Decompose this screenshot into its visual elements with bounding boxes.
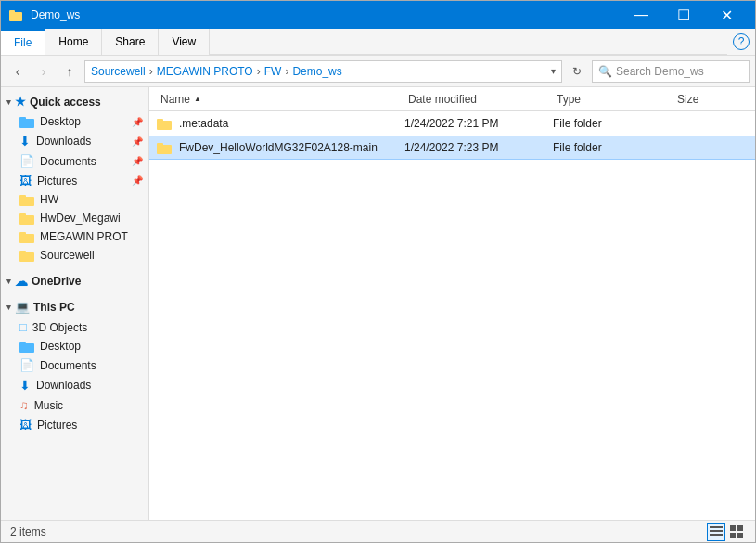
sidebar-item-desktop-pc-label: Desktop xyxy=(40,340,81,353)
sidebar-item-music-label: Music xyxy=(34,399,63,412)
quick-access-header[interactable]: ▾ ★ Quick access xyxy=(1,91,148,112)
tab-share[interactable]: Share xyxy=(102,29,159,55)
onedrive-header[interactable]: ▾ ☁ OneDrive xyxy=(1,270,148,292)
documents-icon: 📄 xyxy=(19,154,34,168)
sidebar: ▾ ★ Quick access Desktop 📌 ⬇ Downloads 📌… xyxy=(1,87,149,520)
file-date-cell: 1/24/2022 7:23 PM xyxy=(404,141,553,154)
col-header-size[interactable]: Size xyxy=(673,93,748,106)
downloads-icon: ⬇ xyxy=(19,134,31,149)
sort-arrow-icon: ▲ xyxy=(194,95,201,103)
sidebar-item-hwdev[interactable]: HwDev_Megawi xyxy=(1,209,148,227)
col-header-date[interactable]: Date modified xyxy=(404,93,553,106)
pictures-pc-icon: 🖼 xyxy=(19,418,32,432)
thispc-header[interactable]: ▾ 💻 This PC xyxy=(1,296,148,317)
tiles-view-icon xyxy=(730,525,743,538)
search-placeholder: Search Demo_ws xyxy=(616,65,704,78)
ribbon-tabs: File Home Share View ? xyxy=(1,29,755,55)
sidebar-item-desktop-pc[interactable]: Desktop xyxy=(1,337,148,356)
sidebar-item-downloads-label: Downloads xyxy=(36,135,91,148)
sidebar-item-pictures[interactable]: 🖼 Pictures 📌 xyxy=(1,171,148,190)
sidebar-item-sourcewell-label: Sourcewell xyxy=(40,249,95,262)
svg-rect-5 xyxy=(730,525,736,531)
address-part-3: FW xyxy=(264,65,282,78)
sidebar-item-downloads-pc[interactable]: ⬇ Downloads xyxy=(1,375,148,395)
ribbon: File Home Share View ? xyxy=(1,29,755,56)
sidebar-item-documents[interactable]: 📄 Documents 📌 xyxy=(1,151,148,171)
table-row[interactable]: FwDev_HelloWorldMG32F02A128-main 1/24/20… xyxy=(149,136,755,160)
pin-icon-downloads: 📌 xyxy=(132,136,143,147)
sidebar-item-pictures-pc-label: Pictures xyxy=(37,419,77,432)
quick-access-label: Quick access xyxy=(30,96,101,109)
status-bar: 2 items xyxy=(1,520,755,542)
address-dropdown-arrow[interactable]: ▾ xyxy=(551,66,556,76)
pictures-icon: 🖼 xyxy=(19,174,32,187)
table-row[interactable]: .metadata 1/24/2022 7:21 PM File folder xyxy=(149,111,755,136)
details-view-button[interactable] xyxy=(707,523,725,541)
documents-pc-icon: 📄 xyxy=(19,358,34,372)
view-controls xyxy=(707,523,746,541)
back-button[interactable]: ‹ xyxy=(6,60,29,83)
hwdev-folder-icon xyxy=(19,212,34,225)
address-part-4: Demo_ws xyxy=(292,65,341,78)
toolbar: ‹ › ↑ Sourcewell › MEGAWIN PROTO › FW › … xyxy=(1,56,755,87)
sidebar-item-desktop[interactable]: Desktop 📌 xyxy=(1,112,148,131)
maximize-button[interactable]: ☐ xyxy=(662,1,705,29)
sidebar-item-documents-pc[interactable]: 📄 Documents xyxy=(1,356,148,375)
sidebar-item-megawin-label: MEGAWIN PROT xyxy=(40,230,128,243)
file-type-cell: File folder xyxy=(553,141,673,154)
refresh-button[interactable]: ↻ xyxy=(566,60,588,83)
file-list: .metadata 1/24/2022 7:21 PM File folder xyxy=(149,111,755,520)
megawin-folder-icon xyxy=(19,230,34,243)
sidebar-item-downloads-pc-label: Downloads xyxy=(36,379,91,392)
search-icon: 🔍 xyxy=(598,65,612,78)
tab-home[interactable]: Home xyxy=(45,29,102,55)
folder-icon xyxy=(157,141,172,154)
hw-folder-icon xyxy=(19,193,34,206)
sidebar-item-3dobjects[interactable]: □ 3D Objects xyxy=(1,317,148,337)
svg-rect-6 xyxy=(737,525,743,531)
window-title: Demo_ws xyxy=(31,8,620,21)
sidebar-item-downloads[interactable]: ⬇ Downloads 📌 xyxy=(1,131,148,151)
sidebar-item-sourcewell[interactable]: Sourcewell xyxy=(1,246,148,265)
pin-icon: 📌 xyxy=(132,117,143,127)
file-date-cell: 1/24/2022 7:21 PM xyxy=(404,117,553,130)
search-box[interactable]: 🔍 Search Demo_ws xyxy=(592,60,750,83)
window-icon xyxy=(8,7,23,22)
sidebar-item-pictures-pc[interactable]: 🖼 Pictures xyxy=(1,415,148,434)
3dobjects-icon: □ xyxy=(19,320,27,334)
tab-view[interactable]: View xyxy=(159,29,210,55)
folder-icon xyxy=(157,117,172,130)
sidebar-item-music[interactable]: ♫ Music xyxy=(1,395,148,415)
sidebar-item-3dobjects-label: 3D Objects xyxy=(32,321,87,334)
chevron-down-icon: ▾ xyxy=(6,97,11,107)
tiles-view-button[interactable] xyxy=(727,523,746,541)
sidebar-item-megawin[interactable]: MEGAWIN PROT xyxy=(1,227,148,246)
quick-access-star-icon: ★ xyxy=(15,95,26,109)
up-button[interactable]: ↑ xyxy=(58,60,81,83)
minimize-button[interactable]: — xyxy=(620,1,662,29)
onedrive-label: OneDrive xyxy=(32,275,81,288)
main-area: ▾ ★ Quick access Desktop 📌 ⬇ Downloads 📌… xyxy=(1,87,755,520)
pin-icon-documents: 📌 xyxy=(132,156,143,166)
tab-file[interactable]: File xyxy=(1,29,45,55)
content-area: Name ▲ Date modified Type Size xyxy=(149,87,755,520)
col-header-name[interactable]: Name ▲ xyxy=(157,93,404,106)
thispc-label: This PC xyxy=(33,301,75,314)
title-controls: — ☐ ✕ xyxy=(620,1,748,29)
sidebar-item-hw[interactable]: HW xyxy=(1,190,148,209)
sourcewell-folder-icon xyxy=(19,249,34,262)
help-button[interactable]: ? xyxy=(733,33,750,50)
details-view-icon xyxy=(710,525,723,538)
close-button[interactable]: ✕ xyxy=(705,1,748,29)
sidebar-item-desktop-label: Desktop xyxy=(40,115,81,128)
file-name-cell: FwDev_HelloWorldMG32F02A128-main xyxy=(157,141,404,154)
sidebar-item-documents-pc-label: Documents xyxy=(40,359,96,372)
col-header-type[interactable]: Type xyxy=(553,93,673,106)
onedrive-icon: ☁ xyxy=(15,274,28,289)
title-bar: Demo_ws — ☐ ✕ xyxy=(1,1,755,29)
address-bar[interactable]: Sourcewell › MEGAWIN PROTO › FW › Demo_w… xyxy=(84,60,562,83)
downloads-pc-icon: ⬇ xyxy=(19,378,31,393)
forward-button[interactable]: › xyxy=(32,60,55,83)
svg-rect-8 xyxy=(737,533,743,538)
window: Demo_ws — ☐ ✕ File Home Share View ? ‹ ›… xyxy=(0,0,756,543)
